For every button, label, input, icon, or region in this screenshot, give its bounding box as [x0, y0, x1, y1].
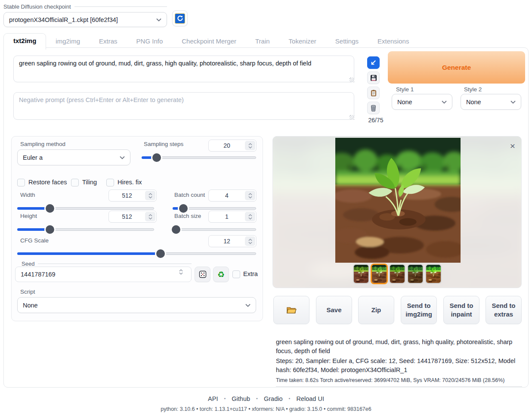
stepper-buttons[interactable] [145, 191, 155, 200]
script-value: None [23, 302, 38, 309]
style1-select[interactable]: None [392, 94, 452, 110]
stepper-buttons[interactable] [145, 212, 155, 221]
open-folder-button[interactable] [273, 296, 309, 324]
tab-checkpoint-merger[interactable]: Checkpoint Merger [172, 34, 246, 49]
paste-generation-params-button[interactable] [367, 56, 380, 69]
close-gallery-button[interactable]: × [507, 141, 518, 151]
footer-link-gradio[interactable]: Gradio [264, 395, 283, 402]
main-tabbar: txt2img img2img Extras PNG Info Checkpoi… [3, 33, 529, 49]
cfg-scale-input[interactable]: 12 [208, 235, 257, 247]
sampling-method-value: Euler a [23, 154, 43, 161]
zip-button[interactable]: Zip [358, 296, 394, 324]
clipboard-icon [370, 90, 377, 96]
stepper-buttons[interactable] [245, 191, 255, 200]
save-button[interactable]: Save [316, 296, 352, 324]
width-input[interactable]: 512 [108, 189, 157, 202]
floppy-disk-icon [370, 75, 377, 81]
stepper-buttons[interactable] [245, 141, 255, 150]
geninfo-params: Steps: 20, Sampler: Euler a, CFG scale: … [276, 357, 522, 375]
geninfo-performance: Time taken: 8.62s Torch active/reserved:… [276, 377, 522, 387]
dice-icon [199, 270, 207, 278]
thumbnail-1[interactable] [353, 264, 369, 284]
divider [38, 264, 192, 264]
script-select[interactable]: None [17, 297, 256, 313]
extra-seed-checkbox[interactable] [232, 270, 240, 278]
sampling-method-select[interactable]: Euler a [17, 149, 130, 165]
thumbnail-4[interactable] [407, 264, 424, 284]
tab-settings[interactable]: Settings [326, 34, 368, 49]
apply-style-button[interactable] [367, 87, 380, 99]
height-slider[interactable] [17, 226, 154, 233]
sampling-steps-slider[interactable] [142, 154, 256, 161]
batch-count-input[interactable]: 4 [208, 189, 257, 202]
thumbnail-2[interactable] [371, 264, 387, 284]
tab-png-info[interactable]: PNG Info [127, 34, 173, 49]
txt2img-panel: green sapling rowing out of ground, mud,… [3, 47, 529, 388]
sampling-steps-value: 20 [209, 142, 245, 149]
recycle-icon: ♻ [217, 270, 225, 279]
tab-train[interactable]: Train [246, 34, 279, 49]
thumbnail-5[interactable] [425, 264, 442, 284]
checkpoint-value: protogenX34OfficialR_1.ckpt [60fe2f34] [9, 16, 118, 23]
style1-value: None [397, 99, 412, 106]
sampling-steps-input[interactable]: 20 [208, 140, 257, 152]
footer-env-info: python: 3.10.6 • torch: 1.13.1+cu117 • x… [0, 406, 532, 412]
tab-tokenizer[interactable]: Tokenizer [279, 34, 326, 49]
tab-img2img[interactable]: img2img [46, 34, 90, 49]
chevron-down-icon [156, 18, 161, 22]
height-label: Height [20, 213, 37, 219]
generation-info: green sapling rowing out of ground, mud,… [276, 338, 522, 387]
save-style-button[interactable] [367, 71, 380, 84]
batch-size-slider[interactable] [173, 226, 256, 233]
tab-txt2img[interactable]: txt2img [3, 33, 46, 50]
width-label: Width [20, 192, 35, 198]
hires-fix-label: Hires. fix [118, 179, 142, 186]
hires-fix-checkbox[interactable] [106, 179, 114, 186]
seed-input[interactable]: 1441787169 [15, 267, 192, 282]
stepper-buttons[interactable] [245, 236, 255, 246]
random-seed-button[interactable] [195, 267, 210, 282]
arrow-down-left-icon [370, 59, 377, 66]
thumbnail-3[interactable] [389, 264, 405, 284]
trash-icon [370, 105, 377, 112]
negative-prompt-input[interactable] [13, 92, 354, 120]
footer-separator: • [256, 396, 258, 401]
footer-separator: • [224, 396, 226, 401]
tab-extras[interactable]: Extras [90, 34, 127, 49]
refresh-checkpoint-button[interactable] [172, 10, 188, 26]
reuse-seed-button[interactable]: ♻ [213, 267, 229, 282]
tab-extensions[interactable]: Extensions [368, 34, 418, 49]
stepper-buttons[interactable] [179, 269, 189, 279]
clear-prompt-button[interactable] [367, 102, 380, 114]
prompt-input[interactable]: green sapling rowing out of ground, mud,… [13, 56, 354, 82]
chevron-down-icon [245, 304, 251, 307]
resize-grip[interactable] [350, 78, 354, 82]
send-to-img2img-button[interactable]: Send to img2img [401, 296, 437, 324]
style2-select[interactable]: None [461, 94, 521, 110]
batch-size-input[interactable]: 1 [208, 211, 257, 223]
generated-image[interactable] [335, 138, 461, 263]
footer-link-github[interactable]: Github [232, 395, 250, 402]
tiling-checkbox[interactable] [71, 179, 79, 186]
send-to-inpaint-button[interactable]: Send to inpaint [443, 296, 479, 324]
restore-faces-checkbox[interactable] [17, 179, 25, 186]
batch-count-label: Batch count [174, 192, 205, 198]
width-value: 512 [109, 192, 145, 199]
generate-button[interactable]: Generate [388, 51, 525, 84]
footer-link-reload-ui[interactable]: Reload UI [296, 395, 324, 402]
cfg-scale-label: CFG Scale [20, 237, 49, 244]
tiling-label: Tiling [82, 179, 97, 186]
batch-size-value: 1 [209, 213, 245, 220]
geninfo-prompt: green sapling rowing out of ground, mud,… [276, 338, 522, 356]
restore-faces-label: Restore faces [28, 179, 67, 186]
stepper-buttons[interactable] [245, 212, 255, 221]
resize-grip[interactable] [350, 115, 354, 120]
footer: API • Github • Gradio • Reload UI python… [0, 395, 532, 412]
height-input[interactable]: 512 [108, 211, 157, 223]
cfg-scale-slider[interactable] [17, 250, 256, 258]
send-to-extras-button[interactable]: Send to extras [486, 296, 522, 324]
footer-link-api[interactable]: API [208, 395, 218, 402]
seed-value: 1441787169 [21, 271, 179, 278]
checkpoint-select[interactable]: protogenX34OfficialR_1.ckpt [60fe2f34] [3, 12, 167, 27]
batch-size-label: Batch size [174, 213, 201, 219]
